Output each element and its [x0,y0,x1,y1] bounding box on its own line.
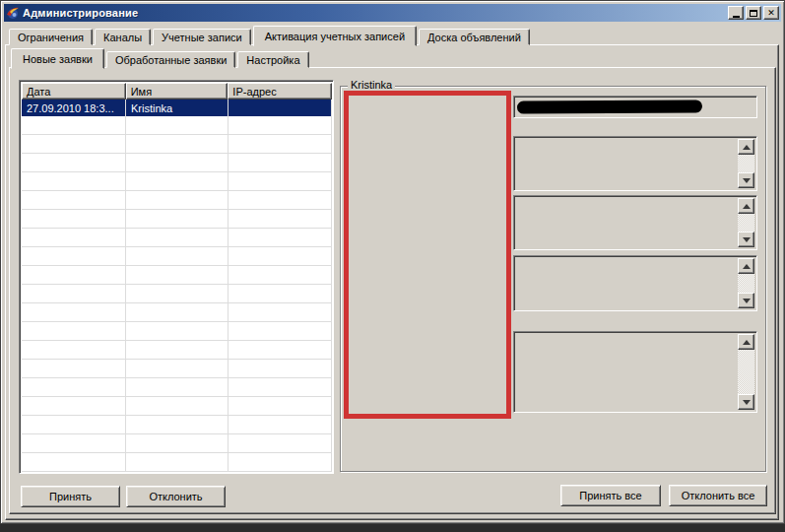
column-label: Имя [131,86,152,98]
app-window: Администрирование ✕ Ограничения Каналы У… [0,0,785,524]
accept-all-button[interactable]: Принять все [560,485,661,506]
tab-accounts[interactable]: Учетные записи [153,29,251,45]
column-header-date[interactable]: Дата [22,83,126,100]
scrollbar[interactable] [738,139,754,188]
detail-textarea-2[interactable] [513,195,757,250]
titlebar[interactable]: Администрирование ✕ [4,4,781,22]
scroll-down-icon [743,400,751,405]
requests-table-inner: Дата Имя IP-адрес 27.09.2010 18:3... Kri… [22,83,332,472]
tab-label: Настройка [246,54,299,66]
app-icon[interactable] [6,6,20,20]
cell-date: 27.09.2010 18:3... [22,102,126,114]
scroll-down-icon [743,178,751,183]
groupbox-label: Kristinka [348,79,395,91]
login-redaction-scribble [517,100,702,113]
scroll-up-button[interactable] [738,334,754,350]
table-row[interactable]: 27.09.2010 18:3... Kristinka [22,100,332,116]
scroll-down-button[interactable] [738,232,754,247]
sub-tabstrip: Новые заявки Обработанные заявки Настрой… [11,46,311,68]
tab-label: Ограничения [18,32,84,43]
login-field[interactable] [513,96,757,118]
grid-line [125,100,126,472]
minimize-button[interactable] [728,6,744,20]
photo-redaction-box [344,91,511,419]
scrollbar[interactable] [738,334,754,410]
cell-name: Kristinka [126,102,229,114]
scrollbar[interactable] [738,258,754,308]
tab-processed-requests[interactable]: Обработанные заявки [106,51,235,68]
maximize-button[interactable] [746,6,761,20]
scroll-down-icon [743,237,751,242]
decline-button[interactable]: Отклонить [126,486,226,507]
requests-table: Дата Имя IP-адрес 27.09.2010 18:3... Kri… [19,80,334,474]
tab-label: Новые заявки [23,53,93,65]
tab-label: Активация учетных записей [265,31,405,42]
scroll-down-button[interactable] [738,394,754,410]
column-header-ip[interactable]: IP-адрес [228,83,332,100]
tab-bulletin-board[interactable]: Доска объявлений [419,29,530,45]
detail-textarea-4[interactable] [513,331,757,413]
scroll-up-icon [743,340,751,345]
tab-settings[interactable]: Настройка [237,51,308,68]
detail-textarea-1[interactable] [513,136,757,191]
desktop-background [0,524,785,532]
scroll-up-button[interactable] [738,198,754,214]
decline-all-button[interactable]: Отклонить все [669,485,767,506]
window-title: Администрирование [23,7,138,19]
button-label: Принять все [579,490,641,501]
scroll-up-button[interactable] [738,139,754,155]
tab-label: Обработанные заявки [115,54,227,66]
tab-label: Каналы [103,32,142,43]
tab-restrictions[interactable]: Ограничения [9,29,93,45]
tab-account-activation[interactable]: Активация учетных записей [253,26,417,46]
tab-label: Доска объявлений [427,32,521,43]
close-icon: ✕ [767,9,775,18]
close-button[interactable]: ✕ [763,6,779,20]
scroll-down-button[interactable] [738,293,754,308]
button-label: Принять [49,491,92,502]
grid-line [228,100,229,472]
minimize-icon [733,16,740,18]
scroll-up-icon [743,204,751,209]
scroll-up-icon [743,264,751,269]
scroll-down-button[interactable] [738,172,754,188]
main-tabstrip: Ограничения Каналы Учетные записи Актива… [9,25,532,45]
empty-rows-grid [22,116,332,472]
accept-button[interactable]: Принять [21,486,120,507]
button-label: Отклонить все [682,490,755,501]
scroll-down-icon [743,299,751,303]
scrollbar[interactable] [738,198,754,247]
scroll-up-button[interactable] [738,258,754,274]
column-label: IP-адрес [232,86,276,98]
tab-new-requests[interactable]: Новые заявки [11,48,104,69]
column-label: Дата [27,86,50,98]
button-label: Отклонить [149,491,202,502]
table-header: Дата Имя IP-адрес [22,83,332,100]
tab-label: Учетные записи [162,32,242,43]
detail-textarea-3[interactable] [513,255,757,311]
scroll-up-icon [743,145,751,150]
maximize-icon [750,10,757,17]
tab-channels[interactable]: Каналы [95,29,151,45]
column-header-name[interactable]: Имя [126,83,229,100]
grid-line [331,100,332,472]
